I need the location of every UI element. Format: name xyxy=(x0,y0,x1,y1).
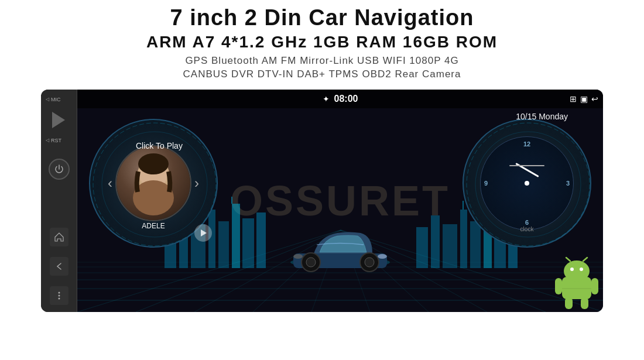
svg-point-57 xyxy=(570,268,574,271)
svg-point-2 xyxy=(58,297,60,299)
status-bar: ✦ 08:00 ⊞ ▣ ↩ xyxy=(77,90,603,108)
album-play-overlay[interactable] xyxy=(194,224,212,242)
car-unit: ◁ MIC ◁ RST xyxy=(41,90,603,312)
car-image xyxy=(282,212,399,277)
svg-point-45 xyxy=(378,254,387,259)
album-art xyxy=(115,145,191,221)
menu-button[interactable] xyxy=(50,286,68,305)
expand-icon: ⊞ xyxy=(570,94,577,104)
features-line2: CANBUS DVR DTV-IN DAB+ TPMS OBD2 Rear Ca… xyxy=(0,68,644,80)
window-icon: ▣ xyxy=(580,94,588,104)
clock-face: 12 3 6 9 clock xyxy=(480,136,574,230)
clock-center xyxy=(525,181,529,186)
clock-outer-ring: 12 3 6 9 clock xyxy=(463,119,591,248)
svg-rect-30 xyxy=(431,215,440,268)
home-button[interactable] xyxy=(50,228,68,246)
mic-label: ◁ MIC xyxy=(46,97,61,102)
clock-3: 3 xyxy=(566,180,570,187)
svg-rect-62 xyxy=(591,278,598,294)
status-right: ⊞ ▣ ↩ xyxy=(570,94,598,104)
svg-point-56 xyxy=(564,260,590,282)
svg-point-1 xyxy=(58,294,60,296)
svg-point-52 xyxy=(138,153,169,174)
page-title: 7 inch 2 Din Car Navigation xyxy=(0,6,644,30)
back-icon: ↩ xyxy=(591,94,598,104)
power-button[interactable] xyxy=(49,159,70,180)
next-button[interactable]: › xyxy=(194,175,199,191)
status-bar-center: ✦ 08:00 xyxy=(323,94,358,104)
svg-point-58 xyxy=(580,268,583,271)
play-button[interactable] xyxy=(46,107,71,133)
svg-line-60 xyxy=(583,258,587,261)
screen-area: ✦ 08:00 ⊞ ▣ ↩ OSSURET xyxy=(77,90,603,312)
clock-9: 9 xyxy=(484,180,488,187)
header-section: 7 inch 2 Din Car Navigation ARM A7 4*1.2… xyxy=(0,0,644,84)
back-button[interactable] xyxy=(50,257,68,276)
music-player: Click To Play ‹ › ADELE xyxy=(89,119,218,248)
svg-rect-24 xyxy=(232,204,240,268)
svg-rect-29 xyxy=(416,227,428,268)
svg-rect-61 xyxy=(555,278,562,294)
svg-rect-23 xyxy=(218,221,229,268)
page-wrapper: 7 inch 2 Din Car Navigation ARM A7 4*1.2… xyxy=(0,0,644,360)
time-display: 08:00 xyxy=(334,94,358,104)
rst-label: ◁ RST xyxy=(46,138,61,143)
date-display: 10/15 Monday xyxy=(516,112,568,121)
clock-12: 12 xyxy=(523,140,530,148)
svg-rect-31 xyxy=(443,224,457,268)
svg-point-44 xyxy=(365,258,374,267)
left-panel: ◁ MIC ◁ RST xyxy=(41,90,77,312)
svg-point-42 xyxy=(306,258,316,267)
specs-line: ARM A7 4*1.2 GHz 1GB RAM 16GB ROM xyxy=(0,33,644,52)
album-image xyxy=(117,146,190,220)
artist-name: ADELE xyxy=(142,222,165,230)
bottom-buttons xyxy=(50,228,68,305)
svg-point-46 xyxy=(293,254,303,259)
svg-rect-64 xyxy=(581,297,588,309)
click-to-play-label[interactable]: Click To Play xyxy=(136,141,183,150)
svg-rect-26 xyxy=(256,212,266,268)
clock-6: 6 xyxy=(525,219,529,226)
svg-rect-25 xyxy=(242,218,254,268)
svg-rect-63 xyxy=(565,297,573,309)
minute-hand xyxy=(527,148,527,183)
features-line1: GPS Bluetooth AM FM Mirror-Link USB WIFI… xyxy=(0,55,644,67)
svg-point-0 xyxy=(58,292,60,293)
prev-button[interactable]: ‹ xyxy=(108,175,112,191)
svg-line-59 xyxy=(566,258,570,261)
clock-widget: 12 3 6 9 clock xyxy=(463,119,591,248)
bluetooth-icon: ✦ xyxy=(323,94,330,104)
android-mascot xyxy=(553,256,600,309)
clock-label: clock xyxy=(520,226,534,232)
